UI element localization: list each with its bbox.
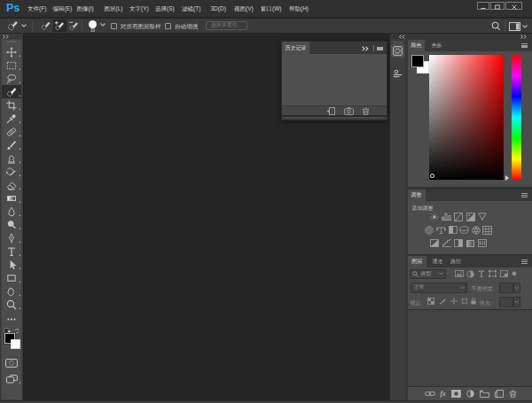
tool-hand[interactable]	[2, 284, 21, 298]
tool-history-brush[interactable]	[2, 165, 21, 178]
tab-layers[interactable]: 图层	[408, 256, 427, 267]
tab-swatches[interactable]: 色板	[428, 40, 446, 51]
tool-brush[interactable]	[2, 138, 21, 151]
saturation-brightness-box[interactable]	[429, 55, 504, 180]
color-panel-menu-icon[interactable]	[521, 43, 528, 48]
tool-crop[interactable]	[2, 98, 21, 112]
adjustment-invert-button[interactable]	[430, 239, 440, 248]
menu-edit[interactable]: 编辑(E)	[53, 5, 73, 13]
fill-dropdown-button[interactable]	[513, 297, 520, 307]
adjustment-channel-mixer-button[interactable]	[471, 226, 481, 235]
adjustment-black-white-button[interactable]	[448, 226, 458, 235]
adjustment-layer-icon[interactable]	[466, 390, 474, 398]
adjustment-posterize-button[interactable]	[442, 239, 451, 248]
hue-bar[interactable]	[512, 55, 521, 180]
adjustment-brightness-contrast-button[interactable]	[430, 213, 440, 221]
background-color-swatch[interactable]	[11, 339, 20, 349]
delete-history-icon[interactable]	[362, 107, 370, 115]
adjustment-gradient-map-button[interactable]	[466, 239, 475, 248]
edit-toolbar-button[interactable]	[2, 314, 21, 323]
adjustment-levels-button[interactable]	[442, 213, 451, 221]
blend-mode-dropdown[interactable]: 正常	[411, 283, 467, 293]
history-panel-resize-handle[interactable]	[281, 117, 387, 120]
new-selection-mode-button[interactable]	[40, 19, 53, 32]
delete-layer-icon[interactable]	[509, 390, 517, 398]
color-marker[interactable]	[430, 174, 434, 178]
history-panel-icon-button[interactable]	[391, 44, 404, 58]
toolbar-grip[interactable]	[6, 41, 17, 43]
filter-toggle-button[interactable]	[510, 270, 519, 278]
history-tab[interactable]: 历史记录	[282, 42, 309, 55]
layer-style-icon[interactable]: fx	[441, 390, 446, 398]
tool-zoom[interactable]	[2, 298, 21, 311]
tool-clone-stamp[interactable]	[2, 151, 21, 165]
filter-adjustment-layers-button[interactable]	[466, 270, 475, 278]
layers-list[interactable]	[408, 309, 532, 387]
menu-help[interactable]: 帮助(H)	[289, 5, 309, 13]
tool-rectangle[interactable]	[2, 271, 21, 284]
search-icon[interactable]	[491, 21, 501, 31]
subtract-from-selection-mode-button[interactable]	[66, 19, 80, 32]
tab-color[interactable]: 颜色	[408, 40, 426, 51]
menu-view[interactable]: 视图(V)	[234, 5, 254, 13]
adjustment-selective-color-button[interactable]	[477, 239, 487, 248]
tool-horizontal-type[interactable]	[2, 244, 21, 258]
add-to-selection-mode-button[interactable]	[53, 19, 66, 32]
adjustment-vibrance-button[interactable]	[477, 213, 487, 221]
menu-file[interactable]: 文件(F)	[27, 5, 46, 13]
tool-quick-selection[interactable]	[2, 85, 21, 98]
adjustment-color-lookup-button[interactable]	[482, 226, 492, 235]
tool-gradient[interactable]	[2, 191, 21, 205]
new-layer-icon[interactable]	[495, 390, 504, 398]
lock-image-pixels-button[interactable]	[439, 298, 447, 306]
adjustment-hue-saturation-button[interactable]	[424, 226, 434, 235]
adjustments-panel-menu-icon[interactable]	[521, 193, 528, 198]
select-and-mask-button[interactable]: 选择并遮住...	[206, 21, 248, 31]
tab-paths[interactable]: 路径	[448, 256, 465, 267]
hue-slider-arrow[interactable]	[505, 175, 509, 181]
opacity-dropdown-button[interactable]	[513, 283, 520, 293]
collapse-panels-button[interactable]	[520, 35, 528, 39]
history-list[interactable]	[281, 54, 387, 105]
swap-colors-icon[interactable]	[14, 329, 19, 334]
canvas-area[interactable]: 历史记录	[23, 34, 390, 400]
tool-eyedropper[interactable]	[2, 112, 21, 125]
strip-grip[interactable]	[393, 42, 403, 43]
foreground-color-swatch-panel[interactable]	[411, 55, 424, 67]
new-group-icon[interactable]	[480, 390, 489, 398]
tab-adjustments[interactable]: 调整	[408, 190, 426, 201]
tool-path-selection[interactable]	[2, 258, 21, 271]
tool-dodge[interactable]	[2, 218, 21, 231]
tool-spot-healing-brush[interactable]	[2, 125, 21, 138]
opacity-input[interactable]	[499, 283, 513, 293]
sample-all-layers-checkbox[interactable]	[111, 23, 117, 29]
auto-enhance-checkbox[interactable]	[165, 23, 171, 29]
lock-transparent-pixels-button[interactable]	[427, 298, 435, 306]
tool-preset-picker[interactable]	[5, 19, 28, 31]
layers-panel-menu-icon[interactable]	[521, 260, 528, 264]
layer-mask-icon[interactable]	[451, 390, 461, 398]
menu-3d[interactable]: 3D(D)	[211, 5, 226, 12]
fill-input[interactable]	[499, 297, 513, 307]
adjustment-curves-button[interactable]	[454, 213, 464, 221]
tool-blur[interactable]	[2, 205, 21, 218]
tool-move[interactable]	[2, 45, 21, 58]
lock-artboard-button[interactable]	[460, 298, 468, 306]
new-snapshot-icon[interactable]	[344, 107, 354, 115]
adjustment-exposure-button[interactable]	[466, 213, 475, 221]
menu-layer[interactable]: 图层(L)	[105, 5, 123, 13]
properties-panel-icon-button[interactable]	[391, 67, 404, 81]
maximize-button[interactable]	[490, 2, 505, 11]
menu-image[interactable]: 图像(I)	[77, 5, 94, 13]
tool-lasso[interactable]	[2, 72, 21, 85]
menu-window[interactable]: 窗口(W)	[261, 5, 281, 13]
tab-channels[interactable]: 通道	[429, 256, 446, 267]
tool-pen[interactable]	[2, 231, 21, 244]
filter-shape-layers-button[interactable]	[489, 270, 497, 278]
layer-filter-type-dropdown[interactable]: 类型	[410, 269, 446, 279]
workspace-switcher[interactable]	[508, 21, 528, 31]
lock-all-button[interactable]	[470, 298, 478, 306]
expand-panels-button[interactable]	[398, 35, 405, 39]
menu-select[interactable]: 选择(S)	[155, 5, 175, 13]
tool-eraser[interactable]	[2, 178, 21, 191]
